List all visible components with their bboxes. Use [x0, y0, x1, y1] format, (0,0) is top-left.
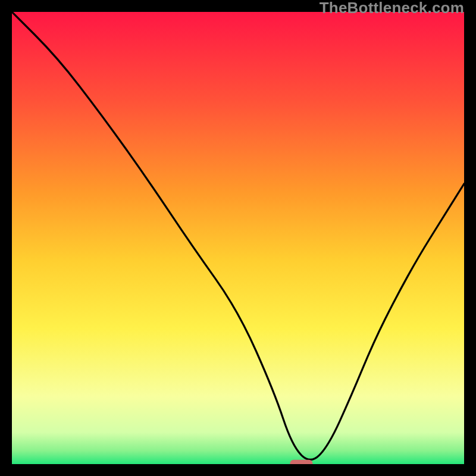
optimal-marker [290, 460, 312, 464]
plot-area [12, 12, 464, 464]
watermark-label: TheBottleneck.com [320, 0, 464, 17]
chart-frame: TheBottleneck.com [0, 0, 476, 476]
chart-svg [12, 12, 464, 464]
gradient-background [12, 12, 464, 464]
